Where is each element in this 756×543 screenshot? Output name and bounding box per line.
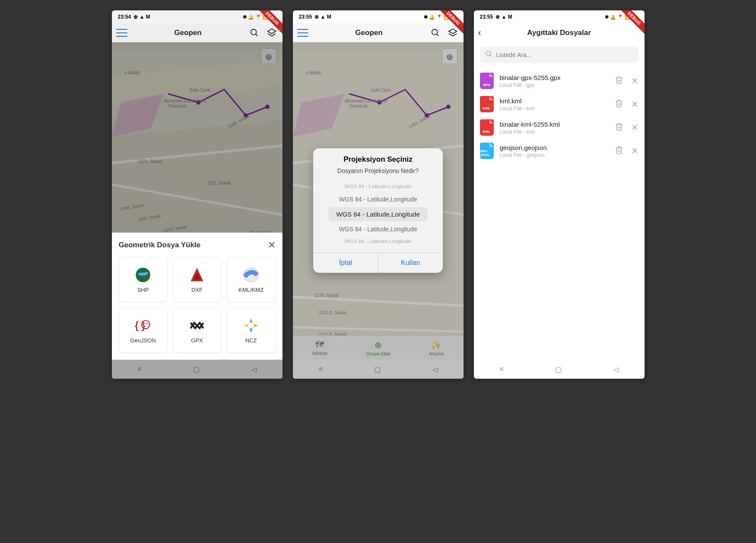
status-icons-left: ⊕ ▲ M [314,14,331,20]
svg-marker-30 [253,324,258,327]
map-area[interactable]: s Asfalti Safa Cami Menemen Cumhûriyet O… [293,42,464,379]
kml-icon [242,266,260,284]
dxf-icon [188,266,206,284]
svg-point-33 [432,29,438,35]
format-dxf[interactable]: DXF [173,257,222,302]
format-shp[interactable]: SHP [119,257,168,302]
status-bar: 23:54 ⊕ ▲ M ✱ 🔔 📍 📶 🔋 [112,10,283,23]
screen-1: DEBUG 23:54 ⊕ ▲ M ✱ 🔔 📍 📶 🔋 Geopen [112,10,283,379]
home-icon[interactable]: ▢ [555,365,562,374]
svg-line-55 [490,55,492,57]
screen-2: DEBUG 23:55 ⊕ ▲ M ✱ 🔔 📍 📶 🔋 Geopen [293,10,464,379]
file-list: GPX binalar-gpx-5255.gpx Local File - gp… [474,67,645,164]
file-sub: Local File - kml [500,105,609,112]
close-icon[interactable]: ✕ [631,99,638,109]
format-ncz[interactable]: NCZ [227,307,276,353]
status-bar: 23:55 ⊕ ▲ M ✱ 🔔 📍 📶 🔋 [293,10,464,23]
svg-text:{ }: { } [135,320,145,331]
status-time: 23:54 [118,14,131,20]
file-type-icon: GPX [480,73,494,89]
format-label: SHP [137,287,149,293]
file-type-icon: KML [480,119,494,136]
recent-apps-icon[interactable]: ≡ [499,365,503,373]
search-icon[interactable] [429,27,442,39]
layers-icon[interactable] [266,27,278,39]
delete-icon[interactable] [615,76,623,86]
svg-marker-31 [249,327,253,333]
file-upload-sheet: Geometrik Dosya Yükle ✕ SHP DXF KML/KM [112,233,283,360]
svg-point-0 [251,29,257,35]
shp-icon [134,266,152,284]
search-input[interactable] [496,51,633,58]
layers-icon[interactable] [447,27,459,39]
cancel-button[interactable]: İptal [313,253,378,273]
status-icons-left: ⊕ ▲ M [496,14,512,20]
search-icon[interactable] [248,27,260,39]
file-name: kml.kml [500,97,609,105]
svg-marker-2 [268,29,276,33]
menu-button[interactable] [116,29,127,37]
close-icon[interactable]: ✕ [631,122,638,133]
status-bar: 23:55 ⊕ ▲ M ✱ 🔔 📍 📶 🔋 [474,10,645,23]
picker-option-selected[interactable]: WGS 84 - Latitude,Longitude [328,207,427,221]
file-row[interactable]: GEO JSON geojson.geojson Local File - ge… [474,139,645,163]
svg-line-1 [256,34,258,36]
format-label: GeoJSON [130,337,156,344]
picker-wheel[interactable]: WGS 84 - Latitude,Longitude WGS 84 - Lat… [313,179,443,252]
picker-title: Projeksiyon Seçiniz [313,148,443,164]
gpx-icon [188,316,206,335]
delete-icon[interactable] [615,122,623,133]
svg-marker-35 [449,29,457,33]
picker-option[interactable]: WGS 84 - Latitude,Longitude [340,238,416,246]
file-sub: Local File - geojson [500,152,609,158]
svg-marker-29 [249,318,253,324]
menu-button[interactable] [297,29,308,37]
sheet-title: Geometrik Dosya Yükle [119,241,201,249]
svg-line-34 [437,34,439,36]
back-button[interactable]: ‹ [478,27,481,38]
app-header: ‹ Aygıttaki Dosyalar [474,23,645,42]
picker-modal: Projeksiyon Seçiniz Dosyanın Projeksiyon… [293,42,464,379]
close-icon[interactable]: ✕ [631,76,638,86]
screen-3: DEBUG 23:55 ⊕ ▲ M ✱ 🔔 📍 📶 🔋 ‹ Aygıttaki … [474,10,645,379]
app-title: Geopen [174,29,201,37]
format-label: KML/KMZ [238,287,264,293]
ncz-icon [242,316,260,335]
use-button[interactable]: Kullan [378,253,443,273]
file-row[interactable]: KML binalar-kml-5255.kml Local File - km… [474,116,645,139]
close-icon[interactable]: ✕ [631,146,638,156]
page-title: Aygıttaki Dosyalar [527,29,591,37]
file-sub: Local File - kml [500,129,609,135]
geojson-icon: { } [134,316,152,335]
search-icon [485,50,493,60]
search-box[interactable] [480,47,638,63]
format-gpx[interactable]: GPX [173,307,222,353]
picker-option[interactable]: WGS 84 - Latitude,Longitude [335,194,422,204]
format-geojson[interactable]: { } GeoJSON [119,307,168,353]
delete-icon[interactable] [615,99,623,109]
app-header: Geopen [293,23,464,42]
status-icons-left: ⊕ ▲ M [133,14,150,20]
picker-option[interactable]: WGS 84 - Latitude,Longitude [335,224,422,234]
svg-point-54 [486,51,491,56]
file-type-icon: GEO JSON [480,143,494,159]
back-icon[interactable]: ◁ [613,365,619,374]
format-kml[interactable]: KML/KMZ [227,257,276,302]
format-label: DXF [191,287,203,293]
file-row[interactable]: GPX binalar-gpx-5255.gpx Local File - gp… [474,69,645,93]
app-header: Geopen [112,23,283,42]
file-sub: Local File - gpx [500,82,609,88]
status-time: 23:55 [480,14,493,20]
delete-icon[interactable] [615,146,623,156]
format-label: GPX [191,337,203,344]
close-icon[interactable]: ✕ [268,240,276,251]
system-nav: ≡ ▢ ◁ [474,360,645,379]
svg-marker-32 [244,324,249,327]
picker-subtitle: Dosyanın Projeksiyonu Nedir? [313,164,443,179]
file-row[interactable]: KML kml.kml Local File - kml ✕ [474,93,645,116]
picker-option[interactable]: WGS 84 - Latitude,Longitude [340,183,416,191]
app-title: Geopen [355,29,382,37]
file-name: binalar-kml-5255.kml [500,121,609,128]
file-name: binalar-gpx-5255.gpx [500,74,609,81]
format-label: NCZ [245,337,257,344]
